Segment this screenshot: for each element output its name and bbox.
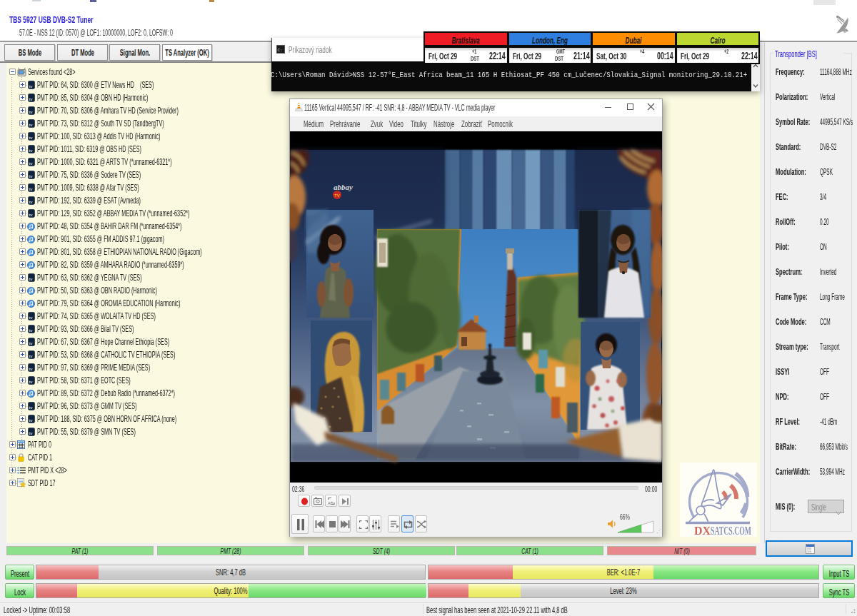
svg-text:C:: C: [278, 47, 283, 52]
svg-text:AB: AB [328, 501, 334, 505]
svg-text:sis: sis [843, 29, 847, 34]
svg-text:abbay: abbay [334, 183, 353, 191]
svg-text:SATCS.COM: SATCS.COM [711, 524, 751, 537]
svg-text:DX: DX [694, 524, 711, 537]
svg-text:TV: TV [334, 193, 340, 198]
